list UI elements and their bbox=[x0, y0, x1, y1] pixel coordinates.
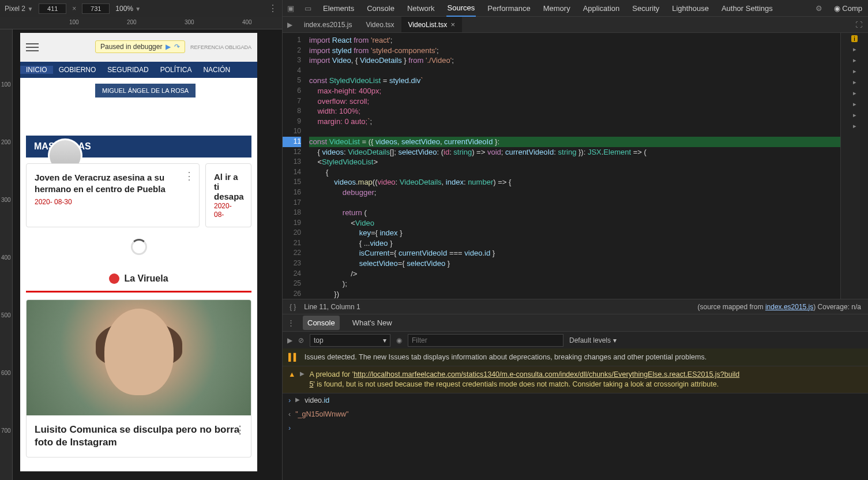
tab-application[interactable]: Application bbox=[582, 1, 621, 16]
issues-banner[interactable]: ▌▌ Issues detected. The new Issues tab d… bbox=[283, 348, 868, 366]
console-tab[interactable]: Console bbox=[303, 316, 340, 330]
device-width-input[interactable] bbox=[39, 3, 66, 14]
ruler-area: 100200300400 100200300400500600700 Pause… bbox=[0, 17, 282, 480]
nav-inicio[interactable]: INICIO bbox=[20, 66, 53, 74]
device-selector[interactable]: Pixel 2 ▼ bbox=[5, 5, 33, 13]
prompt-icon: › bbox=[288, 396, 291, 404]
console-output: ▌▌ Issues detected. The new Issues tab d… bbox=[283, 348, 868, 480]
eye-icon[interactable]: ◉ bbox=[396, 336, 402, 344]
issues-icon: ▌▌ bbox=[288, 353, 299, 361]
file-tab[interactable]: index.es2015.js bbox=[297, 17, 359, 32]
devtools-tabs: ▣ ▭ Elements Console Network Sources Per… bbox=[283, 0, 868, 17]
site-nav: INICIO GOBIERNO SEGURIDAD POLÍTICA NACIÓ… bbox=[20, 62, 257, 78]
console-result-row: ‹ "_gN15olWnww" bbox=[283, 407, 868, 421]
run-icon[interactable]: ▶ bbox=[287, 336, 292, 344]
tab-memory[interactable]: Memory bbox=[542, 1, 572, 16]
file-tabs: ▶ index.es2015.js Video.tsx VideoList.ts… bbox=[283, 17, 868, 33]
nav-seguridad[interactable]: SEGURIDAD bbox=[102, 66, 154, 74]
prompt-icon: › bbox=[288, 424, 291, 432]
status-bar: { } Line 11, Column 1 (source mapped fro… bbox=[283, 299, 868, 314]
nav-nacion[interactable]: NACIÓN bbox=[197, 66, 236, 74]
run-icon[interactable]: ▶ bbox=[283, 21, 297, 29]
warn-link[interactable]: http://localhost.marfeelcache.com/static… bbox=[354, 370, 739, 378]
whatsnew-tab[interactable]: What's New bbox=[348, 316, 397, 330]
news-card[interactable]: Al ir a ti desapa 2020- 08- bbox=[205, 163, 251, 227]
console-log-row: › ▶ video.id bbox=[283, 393, 868, 407]
file-tab[interactable]: Video.tsx bbox=[359, 17, 401, 32]
loading-spinner bbox=[131, 239, 147, 255]
filter-input[interactable] bbox=[408, 334, 563, 347]
more-icon[interactable]: ⋮ bbox=[268, 3, 277, 14]
tab-author-settings[interactable]: Author Settings bbox=[720, 1, 774, 16]
card-menu-icon[interactable]: ⋮ bbox=[235, 423, 245, 437]
card-title: Joven de Veracruz asesina a su hermano e… bbox=[35, 172, 191, 194]
console-prompt[interactable]: › bbox=[283, 421, 868, 435]
file-tab[interactable]: VideoList.tsx× bbox=[401, 17, 462, 32]
card-menu-icon[interactable]: ⋮ bbox=[184, 171, 194, 181]
brand-row[interactable]: La Viruela bbox=[26, 267, 251, 292]
tab-lighthouse[interactable]: Lighthouse bbox=[671, 1, 710, 16]
featured-photo bbox=[27, 300, 251, 415]
right-gutter: i ▸▸▸▸▸▸▸▸ bbox=[840, 33, 868, 299]
tab-sources[interactable]: Sources bbox=[446, 0, 476, 17]
console-toolbar: ▶ ⊘ top▾ ◉ Default levels ▾ bbox=[283, 331, 868, 348]
code-editor[interactable]: 1234567891011121314151617181920212223242… bbox=[283, 33, 840, 299]
more-icon[interactable]: ⋮ bbox=[287, 318, 295, 327]
app-header: Paused in debugger ▶ ↷ REFERENCIA OBLIGA… bbox=[20, 33, 257, 62]
expand-icon[interactable]: ▶ bbox=[300, 370, 305, 378]
levels-selector[interactable]: Default levels ▾ bbox=[569, 336, 617, 344]
braces-icon[interactable]: { } bbox=[290, 303, 296, 311]
card-date: 2020- 08-30 bbox=[35, 198, 191, 206]
dimension-x: × bbox=[72, 5, 76, 13]
nav-politica[interactable]: POLÍTICA bbox=[155, 66, 198, 74]
source-map-info: (source mapped from index.es2015.js) Cov… bbox=[697, 303, 861, 311]
author-badge: MIGUEL ÁNGEL DE LA ROSA bbox=[95, 84, 196, 97]
device-toolbar: Pixel 2 ▼ × 100% ▼ ⋮ bbox=[0, 0, 282, 17]
warn-icon: ▲ bbox=[288, 370, 295, 380]
zoom-selector[interactable]: 100% ▼ bbox=[115, 5, 141, 13]
code-content: import React from 'react'; import styled… bbox=[305, 33, 840, 299]
cursor-position: Line 11, Column 1 bbox=[304, 303, 360, 311]
news-card[interactable]: ⋮ Joven de Veracruz asesina a su hermano… bbox=[26, 163, 200, 227]
horizontal-ruler: 100200300400 bbox=[0, 17, 282, 29]
output-icon: ‹ bbox=[288, 410, 291, 418]
featured-card[interactable]: Luisito Comunica se disculpa pero no bor… bbox=[26, 299, 251, 457]
warning-row: ▲ ▶ A preload for 'http://localhost.marf… bbox=[283, 366, 868, 393]
context-selector[interactable]: top▾ bbox=[310, 334, 390, 347]
gear-icon[interactable]: ⚙ bbox=[816, 4, 822, 13]
paused-badge: Paused in debugger ▶ ↷ bbox=[95, 40, 185, 53]
devtools-panel: ▣ ▭ Elements Console Network Sources Per… bbox=[282, 0, 868, 480]
inspect-icon[interactable]: ▣ bbox=[287, 4, 294, 13]
clear-icon[interactable]: ⊘ bbox=[298, 336, 304, 344]
tab-console[interactable]: Console bbox=[366, 1, 396, 16]
device-height-input[interactable] bbox=[82, 3, 110, 14]
site-subtitle: REFERENCIA OBLIGADA bbox=[190, 44, 251, 50]
expand-icon[interactable]: ⛶ bbox=[850, 21, 868, 29]
tab-elements[interactable]: Elements bbox=[322, 1, 355, 16]
brand-icon bbox=[109, 273, 119, 284]
line-gutter: 1234567891011121314151617181920212223242… bbox=[283, 33, 305, 299]
device-preview-panel: Pixel 2 ▼ × 100% ▼ ⋮ 100200300400 100200… bbox=[0, 0, 282, 480]
tab-extra[interactable]: ◉ Comp bbox=[833, 1, 863, 16]
hamburger-icon[interactable] bbox=[26, 41, 39, 54]
resume-icon[interactable]: ▶ bbox=[166, 43, 171, 51]
expand-icon[interactable]: ▶ bbox=[295, 396, 300, 404]
tab-performance[interactable]: Performance bbox=[486, 1, 531, 16]
info-icon[interactable]: i bbox=[851, 35, 857, 42]
vertical-ruler: 100200300400500600700 bbox=[0, 29, 13, 480]
device-frame: Paused in debugger ▶ ↷ REFERENCIA OBLIGA… bbox=[20, 33, 257, 471]
close-icon[interactable]: × bbox=[450, 20, 455, 29]
drawer-tabs: ⋮ Console What's New bbox=[283, 314, 868, 331]
featured-title: Luisito Comunica se disculpa pero no bor… bbox=[27, 415, 251, 457]
mapped-link[interactable]: index.es2015.js bbox=[765, 303, 813, 311]
device-toggle-icon[interactable]: ▭ bbox=[305, 4, 311, 13]
nav-gobierno[interactable]: GOBIERNO bbox=[53, 66, 102, 74]
step-icon[interactable]: ↷ bbox=[174, 43, 180, 51]
tab-security[interactable]: Security bbox=[631, 1, 660, 16]
tab-network[interactable]: Network bbox=[406, 1, 436, 16]
